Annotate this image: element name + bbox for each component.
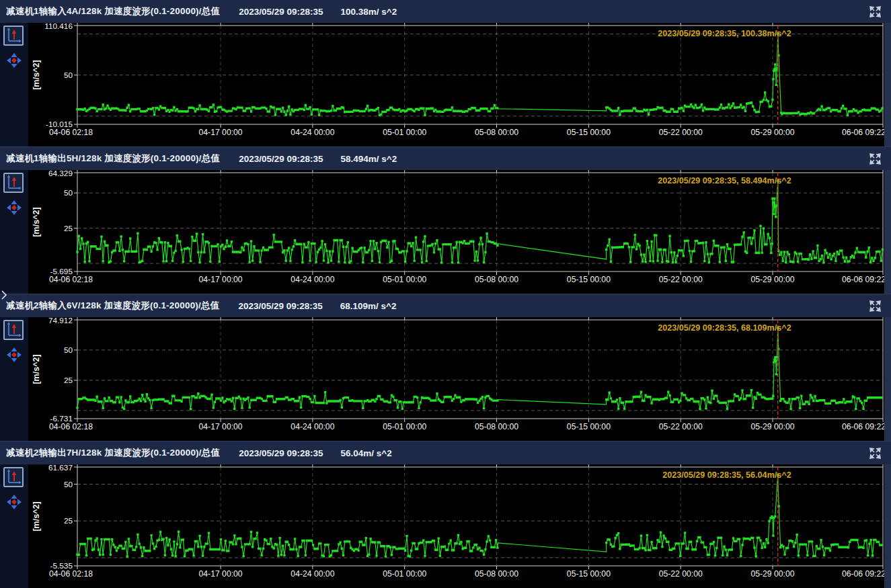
axis-cursor-tool-button[interactable] [3,173,24,193]
svg-text:05-08 00:00: 05-08 00:00 [475,128,518,137]
svg-text:-6.731: -6.731 [50,414,73,423]
svg-text:05-01 00:00: 05-01 00:00 [383,569,426,579]
chart-tool-strip [0,317,28,441]
svg-text:05-15 00:00: 05-15 00:00 [567,275,611,284]
trend-chart-4[interactable]: 04-06 02:1804-17 00:0004-24 00:0005-01 0… [28,464,884,588]
svg-text:05-15 00:00: 05-15 00:00 [567,128,611,137]
trend-chart-2[interactable]: 04-06 02:1804-17 00:0004-24 00:0005-01 0… [28,170,884,294]
svg-text:05-08 00:00: 05-08 00:00 [475,422,518,431]
svg-text:04-06 02:18: 04-06 02:18 [49,422,93,431]
trend-panel-2: 减速机1轴输出5H/128k 加速度波形(0.1-20000)/总值 2023/… [0,147,891,294]
svg-text:04-17 00:00: 04-17 00:00 [199,128,243,137]
pan-tool-button[interactable] [7,347,22,362]
svg-text:50: 50 [64,480,73,489]
panel-titlebar: 减速机2轴输入6V/128k 加速度波形(0.1-20000)/总值 2023/… [0,294,891,317]
chart-row: 04-06 02:1804-17 00:0004-24 00:0005-01 0… [0,170,891,294]
peak-annotation: 2023/05/29 09:28:35, 58.494m/s^2 [658,176,791,185]
pan-move-icon [7,347,22,362]
expand-button[interactable] [867,298,883,314]
axis-cursor-icon [5,468,22,486]
trend-panel-3: 减速机2轴输入6V/128k 加速度波形(0.1-20000)/总值 2023/… [0,294,891,441]
chart-row: 04-06 02:1804-17 00:0004-24 00:0005-01 0… [0,464,891,588]
trend-plot-svg[interactable]: 04-06 02:1804-17 00:0004-24 00:0005-01 0… [28,317,884,441]
pan-tool-button[interactable] [7,53,22,68]
peak-annotation: 2023/05/29 09:28:35, 68.109m/s^2 [658,323,791,333]
expand-icon [869,153,882,165]
cursor-value: 68.109m/ s^2 [340,301,397,311]
pan-tool-button[interactable] [7,200,22,215]
svg-text:05-22 00:00: 05-22 00:00 [659,275,703,284]
svg-text:06-06 09:22: 06-06 09:22 [842,422,884,431]
svg-text:04-06 02:18: 04-06 02:18 [49,569,93,579]
pan-move-icon [7,495,22,509]
channel-title: 减速机1轴输出5H/128k 加速度波形(0.1-20000)/总值 [6,153,220,165]
svg-text:04-24 00:00: 04-24 00:00 [290,422,334,431]
svg-text:50: 50 [64,188,73,198]
axis-cursor-icon [5,27,22,44]
svg-text:05-29 00:00: 05-29 00:00 [750,422,794,431]
right-gutter [884,317,891,441]
trend-plot-svg[interactable]: 04-06 02:1804-17 00:0004-24 00:0005-01 0… [28,170,884,294]
svg-text:06-06 09:22: 06-06 09:22 [842,275,884,284]
trend-plot-svg[interactable]: 04-06 02:1804-17 00:0004-24 00:0005-01 0… [28,464,884,588]
trend-chart-3[interactable]: 04-06 02:1804-17 00:0004-24 00:0005-01 0… [28,317,884,441]
trend-chart-1[interactable]: 04-06 02:1804-17 00:0004-24 00:0005-01 0… [28,23,884,146]
panel-titlebar: 减速机1轴输入4A/128k 加速度波形(0.1-20000)/总值 2023/… [0,0,891,23]
svg-text:25: 25 [64,224,73,233]
axis-cursor-tool-button[interactable] [3,26,24,46]
expand-button[interactable] [867,4,883,19]
cursor-timestamp: 2023/05/29 09:28:35 [239,448,323,458]
channel-title: 减速机1轴输入4A/128k 加速度波形(0.1-20000)/总值 [6,5,220,17]
svg-text:110.416: 110.416 [44,23,73,31]
svg-text:-5.695: -5.695 [50,267,73,276]
svg-text:05-01 00:00: 05-01 00:00 [383,275,426,284]
svg-text:[m/s^2]: [m/s^2] [32,354,41,384]
svg-text:[m/s^2]: [m/s^2] [32,207,41,237]
svg-text:04-17 00:00: 04-17 00:00 [199,569,243,579]
svg-text:05-08 00:00: 05-08 00:00 [475,569,518,579]
svg-text:04-17 00:00: 04-17 00:00 [199,422,243,431]
expand-icon [869,300,882,312]
svg-text:25: 25 [64,376,73,385]
expand-icon [869,447,882,460]
trend-plot-svg[interactable]: 04-06 02:1804-17 00:0004-24 00:0005-01 0… [28,23,884,146]
cursor-timestamp: 2023/05/29 09:28:35 [239,154,323,164]
right-gutter [884,170,891,294]
axis-cursor-icon [5,174,22,192]
svg-text:06-06 09:22: 06-06 09:22 [842,128,884,137]
svg-text:04-24 00:00: 04-24 00:00 [290,128,334,137]
svg-text:05-01 00:00: 05-01 00:00 [383,422,426,431]
channel-title: 减速机2轴输入6V/128k 加速度波形(0.1-20000)/总值 [6,300,219,312]
svg-text:50: 50 [64,71,73,80]
axis-cursor-tool-button[interactable] [3,320,24,340]
svg-text:-5.535: -5.535 [50,561,73,571]
svg-text:05-29 00:00: 05-29 00:00 [750,569,794,579]
svg-text:61.637: 61.637 [48,464,73,472]
panel-titlebar: 减速机1轴输出5H/128k 加速度波形(0.1-20000)/总值 2023/… [0,147,891,170]
right-gutter [884,23,891,146]
svg-text:[m/s^2]: [m/s^2] [32,501,41,531]
axis-cursor-icon [5,321,22,339]
right-gutter [884,464,891,588]
axis-cursor-tool-button[interactable] [3,467,24,487]
expand-button[interactable] [867,446,883,461]
panel-titlebar: 减速机2轴输出7H/128k 加速度波形(0.1-20000)/总值 2023/… [0,442,891,464]
sidebar-collapse-chevron[interactable] [0,289,8,301]
cursor-value: 56.04m/ s^2 [341,448,392,458]
svg-text:[m/s^2]: [m/s^2] [32,60,41,89]
cursor-value: 100.38m/ s^2 [341,7,397,17]
svg-text:04-17 00:00: 04-17 00:00 [199,275,243,284]
svg-text:-10.015: -10.015 [46,120,73,129]
svg-text:04-06 02:18: 04-06 02:18 [49,128,93,137]
svg-text:04-06 02:18: 04-06 02:18 [49,275,93,284]
svg-text:04-24 00:00: 04-24 00:00 [290,275,334,284]
chart-tool-strip [0,23,28,146]
chart-row: 04-06 02:1804-17 00:0004-24 00:0005-01 0… [0,23,891,146]
svg-text:06-06 09:22: 06-06 09:22 [842,569,884,579]
expand-button[interactable] [867,151,883,167]
svg-text:05-29 00:00: 05-29 00:00 [750,128,794,137]
pan-tool-button[interactable] [7,495,22,509]
chart-tool-strip [0,464,28,588]
pan-move-icon [7,53,22,68]
svg-text:05-15 00:00: 05-15 00:00 [567,422,611,431]
